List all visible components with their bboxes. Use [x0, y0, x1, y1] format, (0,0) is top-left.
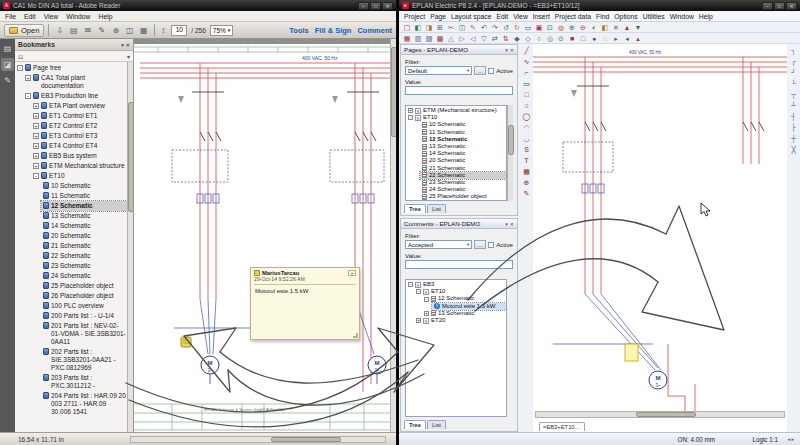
graphic-tool-icon[interactable]: ◡: [521, 134, 532, 144]
graphic-tool-icon[interactable]: □: [521, 90, 532, 100]
document-scroll-thumb[interactable]: [391, 47, 396, 137]
graphic-tool-icon[interactable]: ╱: [521, 46, 532, 56]
bookmark-item[interactable]: 13 Schematic: [41, 211, 127, 221]
bookmark-item[interactable]: +ET1 Control ET1: [31, 111, 127, 121]
bookmark-item[interactable]: +ETA Plant overview: [31, 101, 127, 111]
pages-tree-item[interactable]: +✕ETM (Mechanical structure): [406, 107, 506, 114]
graphic-tool-icon[interactable]: ⊕: [521, 178, 532, 188]
toolbar-icon[interactable]: ⊡: [545, 23, 555, 32]
bookmark-item[interactable]: 203 Parts list : PXC.3011212 -: [41, 373, 127, 391]
bookmark-item[interactable]: 200 Parts list : - U-1/4: [41, 311, 127, 321]
toolbar-icon[interactable]: ✎: [468, 23, 478, 32]
bookmark-item[interactable]: 25 Placeholder object: [41, 281, 127, 291]
graphic-tool-icon[interactable]: ◠: [521, 123, 532, 133]
bookmark-item[interactable]: +ET3 Control ET3: [31, 131, 127, 141]
bookmarks-scrollbar[interactable]: [127, 62, 133, 432]
toolbar-icon[interactable]: ◆: [512, 34, 522, 43]
toolbar-icon[interactable]: ◐: [589, 23, 599, 32]
toolbar-icon[interactable]: ◌: [600, 34, 610, 43]
connection-tool-icon[interactable]: ╳: [788, 145, 799, 155]
attachments-icon[interactable]: ✎: [1, 74, 14, 87]
toolbar-icon[interactable]: ◁: [468, 34, 478, 43]
menu-item[interactable]: Find: [596, 13, 609, 20]
open-button[interactable]: Open: [4, 24, 44, 37]
zoom-control[interactable]: 75%▾: [210, 25, 234, 36]
eplan-titlebar[interactable]: e EPLAN Electric P8 2.4 - [EPLAN-DEMO - …: [399, 0, 800, 11]
comments-filter-combobox[interactable]: Accepted▾: [405, 240, 472, 249]
restore-button[interactable]: □: [774, 2, 785, 10]
page-thumbnails-icon[interactable]: ▤: [1, 42, 14, 55]
bookmark-item[interactable]: 20 Schematic: [41, 231, 127, 241]
toolbar-icon[interactable]: ⇄: [490, 34, 500, 43]
toolbar-icon[interactable]: ◂: [622, 34, 632, 43]
connection-tool-icon[interactable]: ┘: [788, 68, 799, 78]
comments-tree-item[interactable]: -12 Schematic: [422, 295, 506, 302]
menu-item[interactable]: Edit: [24, 13, 36, 20]
close-button[interactable]: ✕: [786, 2, 797, 10]
toolbar-icon[interactable]: ▥: [413, 34, 423, 43]
value-input[interactable]: [405, 86, 513, 95]
toolbar-icon[interactable]: △: [446, 34, 456, 43]
toolbar-icon[interactable]: ▼: [633, 23, 643, 32]
value-input[interactable]: [405, 260, 513, 269]
comments-tree-item[interactable]: -✕ET10: [414, 288, 506, 295]
toolbar-icon[interactable]: ⇅: [501, 34, 511, 43]
menu-item[interactable]: Utilities: [643, 13, 665, 20]
bookmark-item[interactable]: -Page tree: [15, 63, 127, 73]
active-checkbox[interactable]: [488, 242, 494, 248]
pages-tree-item[interactable]: 23 Schematic: [420, 179, 506, 186]
pages-tree-item[interactable]: 24 Schematic: [420, 186, 506, 193]
pages-tree-item[interactable]: 14 Schematic: [420, 150, 506, 157]
comments-tree-item[interactable]: +13 Schematic: [422, 310, 506, 317]
drawing-hscrollbar[interactable]: [535, 411, 785, 418]
bookmark-sort-icon[interactable]: ▾: [127, 53, 130, 60]
fill-sign-pane-button[interactable]: Fill & Sign: [315, 26, 352, 35]
menu-item[interactable]: Project data: [555, 13, 591, 20]
connection-tool-icon[interactable]: ┬: [788, 90, 799, 100]
bookmark-item[interactable]: +ET2 Control ET2: [31, 121, 127, 131]
tab-list[interactable]: List: [427, 420, 446, 429]
comment-pane-button[interactable]: Comment: [357, 26, 392, 35]
reader-hscroll-thumb[interactable]: [271, 437, 341, 442]
menu-item[interactable]: Page: [430, 13, 446, 20]
menu-item[interactable]: Insert: [533, 13, 550, 20]
pages-tree-scrollbar[interactable]: [507, 105, 513, 201]
toolbar-icon[interactable]: ↻: [512, 23, 522, 32]
toolbar-icon[interactable]: ▢: [402, 23, 412, 32]
bookmark-item[interactable]: -ET10: [31, 171, 127, 181]
toolbar-icon[interactable]: ▸: [611, 34, 621, 43]
toolbar-icon[interactable]: ▴: [633, 34, 643, 43]
bookmark-item[interactable]: 22 Schematic: [41, 251, 127, 261]
toolbar-icon[interactable]: ✂: [446, 23, 456, 32]
pages-tree-item[interactable]: 25 Placeholder object: [420, 193, 506, 200]
toolbar-icon[interactable]: ↺: [501, 23, 511, 32]
bookmarks-collapse-icon[interactable]: ✕: [126, 42, 130, 48]
comments-tree-item[interactable]: -✕EB3: [406, 281, 506, 288]
bookmark-item[interactable]: 201 Parts list : NEV-02-01-VDMA - SIE.3S…: [41, 321, 127, 347]
toolbar-icon[interactable]: ▽: [479, 34, 489, 43]
comment-item-selected[interactable]: iMotorul este 1.5 kW: [432, 303, 506, 310]
graphic-tool-icon[interactable]: ✎: [521, 189, 532, 199]
toolbar-icon[interactable]: ○: [534, 34, 544, 43]
menu-item[interactable]: View: [44, 13, 59, 20]
panel-menu-icon[interactable]: ▾: [505, 47, 508, 53]
toolbar-icon[interactable]: ↷: [490, 23, 500, 32]
bookmark-item[interactable]: -EB3 Production line: [23, 91, 127, 101]
graphic-tool-icon[interactable]: ▭: [521, 79, 532, 89]
eplan-drawing-area[interactable]: 400 VAC, 50 Hz M 3~: [533, 44, 787, 432]
toolbar-icon[interactable]: ◧: [413, 23, 423, 32]
bookmarks-panel-icon[interactable]: ◪: [1, 58, 14, 71]
menu-item[interactable]: Help: [699, 13, 713, 20]
bookmark-item[interactable]: 21 Schematic: [41, 241, 127, 251]
menu-item[interactable]: Layout space: [451, 13, 491, 20]
toolbar-icon[interactable]: ▭: [523, 23, 533, 32]
bookmark-item[interactable]: 14 Schematic: [41, 221, 127, 231]
toolbar-icon[interactable]: ⊙: [556, 34, 566, 43]
toolbar-icon[interactable]: ⊕: [567, 23, 577, 32]
tools-pane-button[interactable]: Tools: [289, 26, 308, 35]
connection-tool-icon[interactable]: ┴: [788, 101, 799, 111]
statusbar-arrows[interactable]: ◂ ▸: [788, 436, 794, 442]
bookmark-item-selected[interactable]: 12 Schematic: [41, 201, 127, 211]
bookmark-item[interactable]: +ETM Mechanical structure: [31, 161, 127, 171]
toolbar-icon[interactable]: ▷: [457, 34, 467, 43]
